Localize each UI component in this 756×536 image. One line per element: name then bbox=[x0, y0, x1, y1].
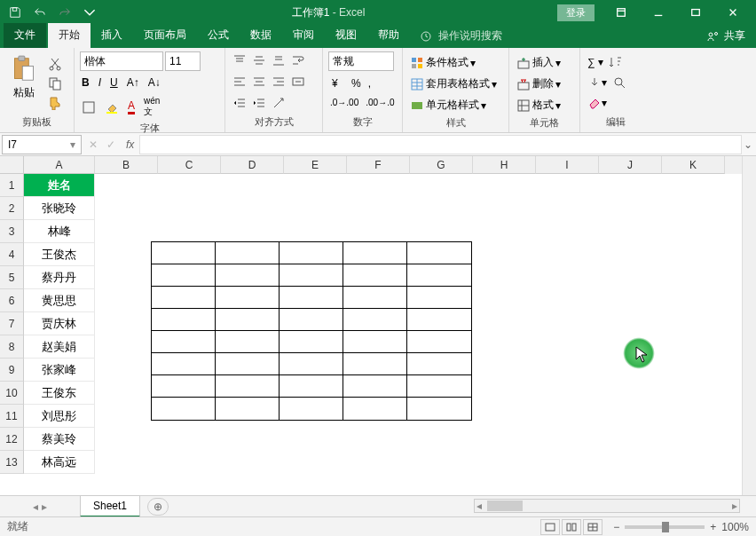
tab-layout[interactable]: 页面布局 bbox=[133, 23, 197, 48]
increase-font-button[interactable]: A↑ bbox=[125, 75, 141, 91]
cell-A11[interactable]: 刘思彤 bbox=[24, 405, 95, 428]
row-header-9[interactable]: 9 bbox=[0, 359, 24, 382]
tab-formulas[interactable]: 公式 bbox=[197, 23, 240, 48]
currency-button[interactable]: ¥ bbox=[328, 75, 346, 92]
select-all-corner[interactable] bbox=[0, 156, 24, 174]
font-color-button[interactable]: A bbox=[126, 98, 137, 116]
underline-button[interactable]: U bbox=[108, 75, 120, 91]
conditional-format-button[interactable]: 条件格式 ▾ bbox=[408, 53, 477, 72]
format-as-table-button[interactable]: 套用表格格式 ▾ bbox=[408, 75, 499, 93]
row-header-8[interactable]: 8 bbox=[0, 335, 24, 359]
tab-home[interactable]: 开始 bbox=[48, 23, 91, 48]
qat-customize[interactable] bbox=[80, 3, 99, 22]
delete-cells-button[interactable]: 删除 ▾ bbox=[515, 75, 563, 93]
normal-view-button[interactable] bbox=[540, 519, 560, 535]
ribbon-options-button[interactable] bbox=[603, 2, 639, 23]
name-box[interactable]: I7▾ bbox=[2, 135, 82, 154]
insert-cells-button[interactable]: 插入 ▾ bbox=[515, 53, 563, 72]
new-sheet-button[interactable]: ⊕ bbox=[147, 498, 169, 516]
row-header-7[interactable]: 7 bbox=[0, 312, 24, 335]
col-header-J[interactable]: J bbox=[599, 156, 662, 174]
col-header-E[interactable]: E bbox=[284, 156, 347, 174]
wrap-text-button[interactable] bbox=[289, 51, 307, 69]
phonetic-button[interactable]: wén文 bbox=[142, 94, 161, 120]
sheet-tab-1[interactable]: Sheet1 bbox=[80, 495, 140, 517]
border-button[interactable] bbox=[80, 99, 98, 116]
minimize-button[interactable] bbox=[641, 2, 676, 23]
cells-canvas[interactable]: 姓名张晓玲林峰王俊杰蔡丹丹黄思思贾庆林赵美娟张家峰王俊东刘思彤蔡美玲林高远 bbox=[24, 174, 742, 495]
zoom-slider[interactable] bbox=[625, 525, 705, 529]
col-header-B[interactable]: B bbox=[95, 156, 158, 174]
cell-A7[interactable]: 贾庆林 bbox=[24, 312, 95, 335]
page-break-view-button[interactable] bbox=[583, 519, 602, 535]
col-header-K[interactable]: K bbox=[662, 156, 725, 174]
align-bottom-button[interactable] bbox=[270, 51, 287, 69]
cell-A8[interactable]: 赵美娟 bbox=[24, 335, 95, 359]
vertical-scrollbar[interactable] bbox=[742, 156, 756, 495]
col-header-G[interactable]: G bbox=[410, 156, 473, 174]
cell-A4[interactable]: 王俊杰 bbox=[24, 243, 95, 266]
col-header-A[interactable]: A bbox=[24, 156, 95, 174]
col-header-C[interactable]: C bbox=[158, 156, 221, 174]
row-header-2[interactable]: 2 bbox=[0, 197, 24, 220]
sort-filter-button[interactable] bbox=[607, 53, 625, 71]
bold-button[interactable]: B bbox=[80, 75, 91, 91]
cell-A10[interactable]: 王俊东 bbox=[24, 382, 95, 405]
align-left-button[interactable] bbox=[231, 73, 248, 91]
cell-A13[interactable]: 林高远 bbox=[24, 451, 95, 474]
tab-view[interactable]: 视图 bbox=[325, 23, 367, 48]
cell-A6[interactable]: 黄思思 bbox=[24, 289, 95, 312]
autosum-button[interactable]: ∑ ▾ bbox=[586, 54, 605, 70]
enter-formula-icon[interactable]: ✓ bbox=[106, 138, 115, 151]
copy-button[interactable] bbox=[46, 75, 64, 92]
cell-A2[interactable]: 张晓玲 bbox=[24, 197, 95, 220]
zoom-out-button[interactable]: − bbox=[613, 521, 619, 533]
col-header-I[interactable]: I bbox=[536, 156, 599, 174]
cut-button[interactable] bbox=[46, 55, 64, 73]
tab-data[interactable]: 数据 bbox=[240, 23, 282, 48]
row-header-6[interactable]: 6 bbox=[0, 289, 24, 312]
decrease-font-button[interactable]: A↓ bbox=[146, 75, 162, 91]
find-button[interactable] bbox=[610, 74, 628, 91]
clear-button[interactable]: ▾ bbox=[586, 94, 609, 112]
formula-bar[interactable] bbox=[139, 135, 742, 154]
row-header-5[interactable]: 5 bbox=[0, 266, 24, 289]
row-header-4[interactable]: 4 bbox=[0, 243, 24, 266]
horizontal-scrollbar[interactable]: ◂ ▸ bbox=[474, 499, 740, 513]
align-right-button[interactable] bbox=[270, 73, 287, 91]
tab-nav[interactable]: ◂ ▸ bbox=[0, 501, 80, 513]
fill-button[interactable]: ▾ bbox=[586, 74, 609, 91]
zoom-level[interactable]: 100% bbox=[721, 521, 749, 533]
cell-A5[interactable]: 蔡丹丹 bbox=[24, 266, 95, 289]
cell-A12[interactable]: 蔡美玲 bbox=[24, 428, 95, 451]
share-button[interactable]: 共享 bbox=[696, 24, 756, 48]
maximize-button[interactable] bbox=[678, 2, 713, 23]
login-button[interactable]: 登录 bbox=[557, 4, 595, 21]
align-center-button[interactable] bbox=[250, 73, 268, 91]
fill-color-button[interactable] bbox=[103, 99, 121, 116]
spreadsheet-grid[interactable]: ABCDEFGHIJK 12345678910111213 姓名张晓玲林峰王俊杰… bbox=[0, 156, 742, 495]
row-header-1[interactable]: 1 bbox=[0, 174, 24, 197]
increase-indent-button[interactable] bbox=[250, 94, 268, 112]
number-format-select[interactable]: 常规 bbox=[328, 51, 394, 71]
merge-button[interactable] bbox=[289, 73, 307, 91]
italic-button[interactable]: I bbox=[97, 75, 103, 91]
tell-me[interactable]: 操作说明搜索 bbox=[410, 24, 511, 48]
row-header-12[interactable]: 12 bbox=[0, 428, 24, 451]
cancel-formula-icon[interactable]: ✕ bbox=[89, 138, 98, 151]
zoom-control[interactable]: − + 100% bbox=[613, 521, 749, 533]
row-header-11[interactable]: 11 bbox=[0, 405, 24, 428]
format-painter-button[interactable] bbox=[46, 94, 64, 112]
col-header-D[interactable]: D bbox=[221, 156, 284, 174]
row-headers[interactable]: 12345678910111213 bbox=[0, 174, 24, 474]
row-header-13[interactable]: 13 bbox=[0, 451, 24, 474]
save-button[interactable] bbox=[5, 3, 25, 22]
col-header-F[interactable]: F bbox=[347, 156, 410, 174]
align-middle-button[interactable] bbox=[250, 51, 268, 69]
paste-button[interactable]: 粘贴 bbox=[5, 51, 43, 104]
tab-insert[interactable]: 插入 bbox=[91, 23, 133, 48]
close-button[interactable] bbox=[715, 2, 751, 23]
decrease-decimal-button[interactable]: .00→.0 bbox=[364, 96, 396, 109]
font-name-select[interactable]: 楷体 bbox=[80, 51, 163, 71]
expand-formula-bar-icon[interactable]: ⌄ bbox=[744, 138, 752, 151]
